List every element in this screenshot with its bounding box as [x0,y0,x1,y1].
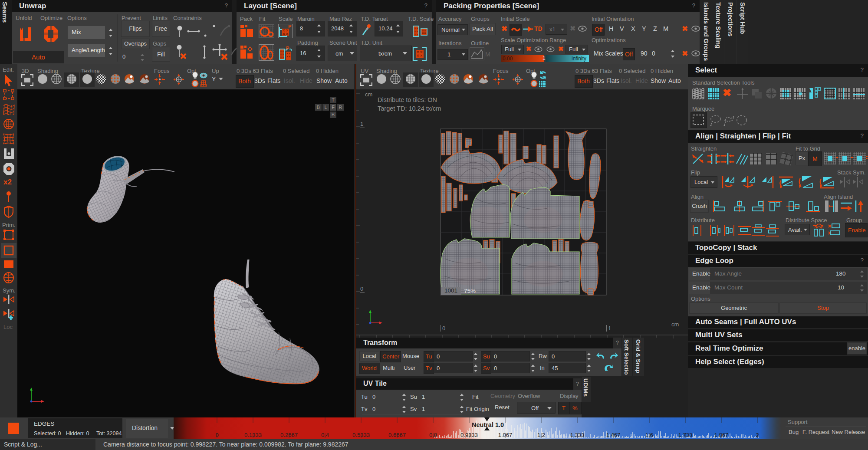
svg-text:P: P [286,46,289,51]
svg-text:P: P [288,24,291,29]
